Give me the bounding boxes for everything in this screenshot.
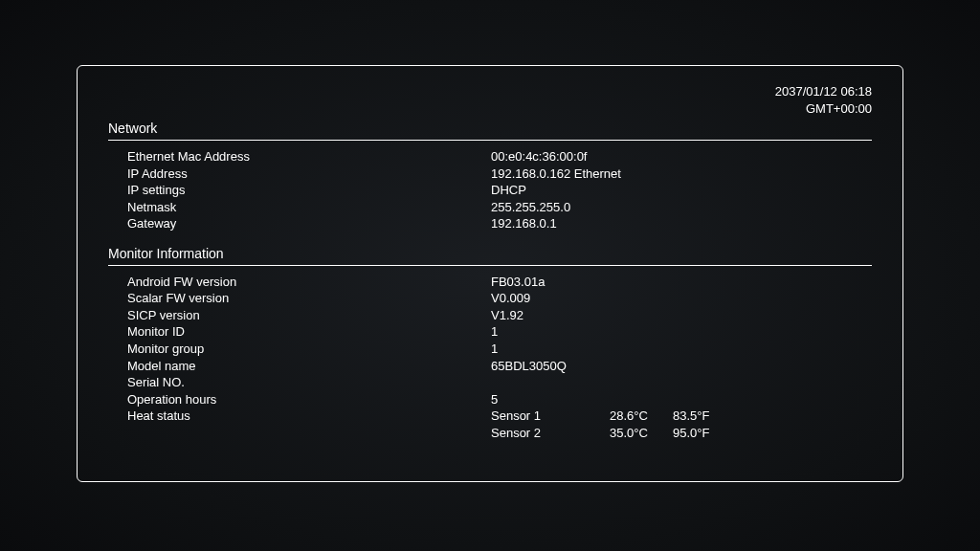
info-panel: 2037/01/12 06:18 GMT+00:00 Network Ether… — [77, 65, 903, 482]
value-monitorid: 1 — [491, 323, 872, 341]
label-ipsettings: IP settings — [127, 182, 491, 199]
label-gateway: Gateway — [127, 215, 491, 232]
value-serial — [491, 374, 872, 391]
value-ip: 192.168.0.162 Ethernet — [491, 165, 872, 183]
value-ipsettings: DHCP — [491, 182, 872, 199]
value-gateway: 192.168.0.1 — [491, 215, 872, 232]
row-scalarfw: Scalar FW version V0.009 — [127, 290, 872, 307]
value-sicp: V1.92 — [491, 307, 872, 324]
heat-sensor1: Sensor 1 28.6°C 83.5°F — [491, 408, 736, 425]
label-heat: Heat status — [127, 408, 491, 441]
value-monitorgroup: 1 — [491, 341, 872, 358]
label-androidfw: Android FW version — [127, 274, 491, 291]
label-ophours: Operation hours — [127, 391, 491, 408]
row-ip: IP Address 192.168.0.162 Ethernet — [127, 165, 872, 183]
section-title-network: Network — [108, 121, 872, 141]
label-sicp: SICP version — [127, 307, 491, 324]
label-mac: Ethernet Mac Address — [127, 148, 491, 165]
label-ip: IP Address — [127, 165, 491, 183]
label-serial: Serial NO. — [127, 374, 491, 391]
sensor1-c: 28.6°C — [610, 408, 673, 425]
timestamp-block: 2037/01/12 06:18 GMT+00:00 — [108, 83, 872, 117]
row-model: Model name 65BDL3050Q — [127, 358, 872, 375]
value-mac: 00:e0:4c:36:00:0f — [491, 148, 872, 165]
row-ipsettings: IP settings DHCP — [127, 182, 872, 199]
row-heat: Heat status Sensor 1 28.6°C 83.5°F Senso… — [127, 408, 872, 441]
sensor2-f: 95.0°F — [673, 425, 736, 442]
network-rows: Ethernet Mac Address 00:e0:4c:36:00:0f I… — [108, 148, 872, 232]
value-ophours: 5 — [491, 391, 872, 408]
row-sicp: SICP version V1.92 — [127, 307, 872, 324]
sensor1-name: Sensor 1 — [491, 408, 610, 425]
heat-sensor2: Sensor 2 35.0°C 95.0°F — [491, 425, 736, 442]
label-netmask: Netmask — [127, 199, 491, 216]
timezone: GMT+00:00 — [108, 100, 872, 118]
row-gateway: Gateway 192.168.0.1 — [127, 215, 872, 232]
row-netmask: Netmask 255.255.255.0 — [127, 199, 872, 216]
datetime: 2037/01/12 06:18 — [108, 83, 872, 100]
monitor-rows: Android FW version FB03.01a Scalar FW ve… — [108, 274, 872, 441]
label-monitorgroup: Monitor group — [127, 341, 491, 358]
row-mac: Ethernet Mac Address 00:e0:4c:36:00:0f — [127, 148, 872, 165]
row-monitorid: Monitor ID 1 — [127, 323, 872, 341]
sensor2-c: 35.0°C — [610, 425, 673, 442]
label-scalarfw: Scalar FW version — [127, 290, 491, 307]
row-ophours: Operation hours 5 — [127, 391, 872, 408]
row-androidfw: Android FW version FB03.01a — [127, 274, 872, 291]
sensor1-f: 83.5°F — [673, 408, 736, 425]
sensor2-name: Sensor 2 — [491, 425, 610, 442]
value-netmask: 255.255.255.0 — [491, 199, 872, 216]
value-scalarfw: V0.009 — [491, 290, 872, 307]
label-model: Model name — [127, 358, 491, 375]
row-serial: Serial NO. — [127, 374, 872, 391]
heat-values: Sensor 1 28.6°C 83.5°F Sensor 2 35.0°C 9… — [491, 408, 736, 441]
section-title-monitor: Monitor Information — [108, 246, 872, 266]
row-monitorgroup: Monitor group 1 — [127, 341, 872, 358]
value-model: 65BDL3050Q — [491, 358, 872, 375]
value-androidfw: FB03.01a — [491, 274, 872, 291]
label-monitorid: Monitor ID — [127, 323, 491, 341]
